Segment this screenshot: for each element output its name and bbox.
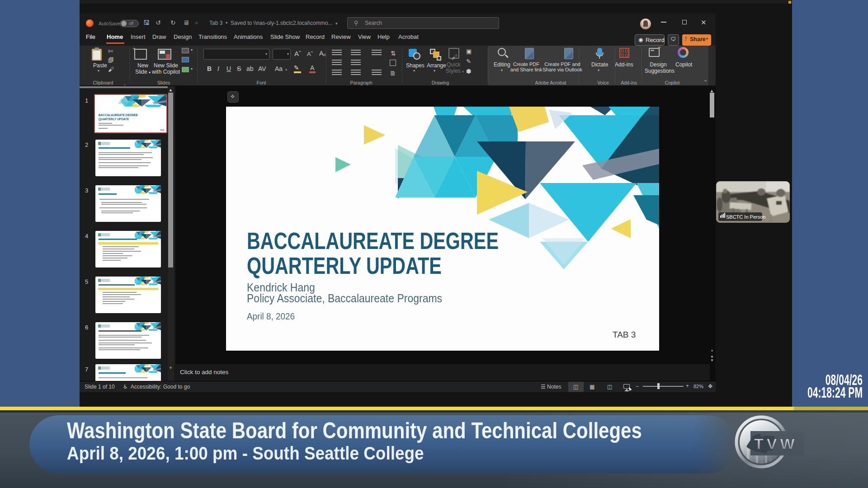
svg-text:TVW: TVW: [754, 435, 798, 452]
